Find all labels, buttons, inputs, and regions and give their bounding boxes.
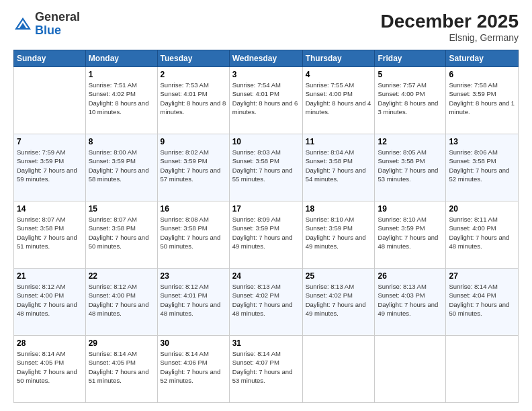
- calendar-cell: 7Sunrise: 7:59 AMSunset: 3:59 PMDaylight…: [14, 134, 86, 201]
- day-number: 27: [449, 271, 515, 281]
- calendar-cell: 10Sunrise: 8:03 AMSunset: 3:58 PMDayligh…: [229, 134, 302, 201]
- calendar-cell: 4Sunrise: 7:55 AMSunset: 4:00 PMDaylight…: [302, 67, 375, 134]
- col-tuesday: Tuesday: [157, 50, 229, 67]
- day-number: 24: [232, 271, 300, 281]
- day-number: 30: [161, 338, 226, 348]
- day-info: Sunrise: 8:00 AMSunset: 3:59 PMDaylight:…: [89, 148, 154, 183]
- day-number: 14: [17, 204, 83, 214]
- day-info: Sunrise: 8:12 AMSunset: 4:00 PMDaylight:…: [89, 282, 154, 318]
- day-number: 15: [89, 204, 154, 214]
- day-number: 13: [449, 137, 515, 146]
- calendar-cell: [302, 336, 375, 403]
- day-info: Sunrise: 8:14 AMSunset: 4:07 PMDaylight:…: [232, 349, 300, 385]
- week-row-4: 28Sunrise: 8:14 AMSunset: 4:05 PMDayligh…: [14, 336, 519, 403]
- day-number: 16: [161, 204, 226, 214]
- day-number: 4: [306, 70, 372, 79]
- day-number: 5: [378, 70, 443, 79]
- calendar-cell: 15Sunrise: 8:07 AMSunset: 3:58 PMDayligh…: [85, 201, 157, 269]
- week-row-3: 21Sunrise: 8:12 AMSunset: 4:00 PMDayligh…: [14, 269, 519, 336]
- day-info: Sunrise: 8:14 AMSunset: 4:06 PMDaylight:…: [161, 349, 226, 385]
- calendar-cell: [14, 67, 86, 134]
- calendar-cell: 12Sunrise: 8:05 AMSunset: 3:58 PMDayligh…: [375, 134, 446, 201]
- calendar-cell: 1Sunrise: 7:51 AMSunset: 4:02 PMDaylight…: [85, 67, 157, 134]
- day-info: Sunrise: 8:13 AMSunset: 4:03 PMDaylight:…: [378, 282, 443, 318]
- day-number: 1: [89, 70, 154, 79]
- week-row-0: 1Sunrise: 7:51 AMSunset: 4:02 PMDaylight…: [14, 67, 519, 134]
- day-info: Sunrise: 8:04 AMSunset: 3:58 PMDaylight:…: [306, 148, 372, 183]
- calendar-cell: 30Sunrise: 8:14 AMSunset: 4:06 PMDayligh…: [157, 336, 229, 403]
- calendar-cell: 5Sunrise: 7:57 AMSunset: 4:00 PMDaylight…: [375, 67, 446, 134]
- day-number: 29: [89, 338, 154, 348]
- calendar-cell: 9Sunrise: 8:02 AMSunset: 3:59 PMDaylight…: [157, 134, 229, 201]
- day-number: 17: [232, 204, 300, 214]
- day-info: Sunrise: 8:09 AMSunset: 3:59 PMDaylight:…: [232, 215, 300, 250]
- day-info: Sunrise: 8:11 AMSunset: 4:00 PMDaylight:…: [449, 215, 515, 250]
- day-info: Sunrise: 8:05 AMSunset: 3:58 PMDaylight:…: [378, 148, 443, 183]
- day-info: Sunrise: 7:59 AMSunset: 3:59 PMDaylight:…: [17, 148, 83, 183]
- calendar-table: Sunday Monday Tuesday Wednesday Thursday…: [13, 50, 519, 403]
- logo-blue: Blue: [35, 24, 61, 37]
- day-info: Sunrise: 8:10 AMSunset: 3:59 PMDaylight:…: [378, 215, 443, 250]
- day-info: Sunrise: 8:03 AMSunset: 3:58 PMDaylight:…: [232, 148, 300, 183]
- calendar-cell: [446, 336, 519, 403]
- day-info: Sunrise: 8:02 AMSunset: 3:59 PMDaylight:…: [161, 148, 226, 183]
- calendar-cell: [375, 336, 446, 403]
- month-title: December 2025: [381, 11, 519, 32]
- col-wednesday: Wednesday: [229, 50, 302, 67]
- day-number: 11: [306, 137, 372, 146]
- day-info: Sunrise: 8:08 AMSunset: 3:58 PMDaylight:…: [161, 215, 226, 250]
- day-info: Sunrise: 8:13 AMSunset: 4:02 PMDaylight:…: [232, 282, 300, 318]
- calendar-cell: 29Sunrise: 8:14 AMSunset: 4:05 PMDayligh…: [85, 336, 157, 403]
- day-info: Sunrise: 8:13 AMSunset: 4:02 PMDaylight:…: [306, 282, 372, 318]
- day-number: 28: [17, 338, 83, 348]
- day-number: 7: [17, 137, 83, 146]
- calendar-cell: 27Sunrise: 8:14 AMSunset: 4:04 PMDayligh…: [446, 269, 519, 336]
- calendar-cell: 2Sunrise: 7:53 AMSunset: 4:01 PMDaylight…: [157, 67, 229, 134]
- day-number: 31: [232, 338, 300, 348]
- calendar-cell: 3Sunrise: 7:54 AMSunset: 4:01 PMDaylight…: [229, 67, 302, 134]
- calendar-cell: 8Sunrise: 8:00 AMSunset: 3:59 PMDaylight…: [85, 134, 157, 201]
- day-info: Sunrise: 7:57 AMSunset: 4:00 PMDaylight:…: [378, 81, 443, 116]
- day-info: Sunrise: 8:12 AMSunset: 4:00 PMDaylight:…: [17, 282, 83, 318]
- day-info: Sunrise: 8:07 AMSunset: 3:58 PMDaylight:…: [17, 215, 83, 250]
- calendar-cell: 21Sunrise: 8:12 AMSunset: 4:00 PMDayligh…: [14, 269, 86, 336]
- week-row-2: 14Sunrise: 8:07 AMSunset: 3:58 PMDayligh…: [14, 201, 519, 269]
- calendar-cell: 31Sunrise: 8:14 AMSunset: 4:07 PMDayligh…: [229, 336, 302, 403]
- day-info: Sunrise: 7:51 AMSunset: 4:02 PMDaylight:…: [89, 81, 154, 116]
- col-monday: Monday: [85, 50, 157, 67]
- day-number: 18: [306, 204, 372, 214]
- day-number: 9: [161, 137, 226, 146]
- day-number: 22: [89, 271, 154, 281]
- header: General Blue December 2025 Elsnig, Germa…: [13, 11, 519, 43]
- calendar-cell: 19Sunrise: 8:10 AMSunset: 3:59 PMDayligh…: [375, 201, 446, 269]
- day-info: Sunrise: 7:58 AMSunset: 3:59 PMDaylight:…: [449, 81, 515, 116]
- day-number: 3: [232, 70, 300, 79]
- day-info: Sunrise: 8:10 AMSunset: 3:59 PMDaylight:…: [306, 215, 372, 250]
- location: Elsnig, Germany: [381, 32, 519, 43]
- day-number: 8: [89, 137, 154, 146]
- day-number: 25: [306, 271, 372, 281]
- calendar-cell: 14Sunrise: 8:07 AMSunset: 3:58 PMDayligh…: [14, 201, 86, 269]
- calendar-cell: 22Sunrise: 8:12 AMSunset: 4:00 PMDayligh…: [85, 269, 157, 336]
- title-block: December 2025 Elsnig, Germany: [381, 11, 519, 43]
- day-info: Sunrise: 7:54 AMSunset: 4:01 PMDaylight:…: [232, 81, 300, 116]
- calendar-cell: 23Sunrise: 8:12 AMSunset: 4:01 PMDayligh…: [157, 269, 229, 336]
- calendar-cell: 25Sunrise: 8:13 AMSunset: 4:02 PMDayligh…: [302, 269, 375, 336]
- calendar-page: General Blue December 2025 Elsnig, Germa…: [0, 0, 532, 411]
- calendar-cell: 13Sunrise: 8:06 AMSunset: 3:58 PMDayligh…: [446, 134, 519, 201]
- calendar-cell: 24Sunrise: 8:13 AMSunset: 4:02 PMDayligh…: [229, 269, 302, 336]
- logo-text: General Blue: [35, 11, 80, 38]
- day-number: 26: [378, 271, 443, 281]
- col-saturday: Saturday: [446, 50, 519, 67]
- day-number: 12: [378, 137, 443, 146]
- calendar-cell: 16Sunrise: 8:08 AMSunset: 3:58 PMDayligh…: [157, 201, 229, 269]
- header-row: Sunday Monday Tuesday Wednesday Thursday…: [14, 50, 519, 67]
- calendar-cell: 26Sunrise: 8:13 AMSunset: 4:03 PMDayligh…: [375, 269, 446, 336]
- calendar-cell: 11Sunrise: 8:04 AMSunset: 3:58 PMDayligh…: [302, 134, 375, 201]
- day-number: 10: [232, 137, 300, 146]
- day-info: Sunrise: 8:14 AMSunset: 4:04 PMDaylight:…: [449, 282, 515, 318]
- day-info: Sunrise: 7:55 AMSunset: 4:00 PMDaylight:…: [306, 81, 372, 116]
- calendar-cell: 28Sunrise: 8:14 AMSunset: 4:05 PMDayligh…: [14, 336, 86, 403]
- logo: General Blue: [13, 11, 80, 38]
- logo-general: General: [35, 10, 80, 24]
